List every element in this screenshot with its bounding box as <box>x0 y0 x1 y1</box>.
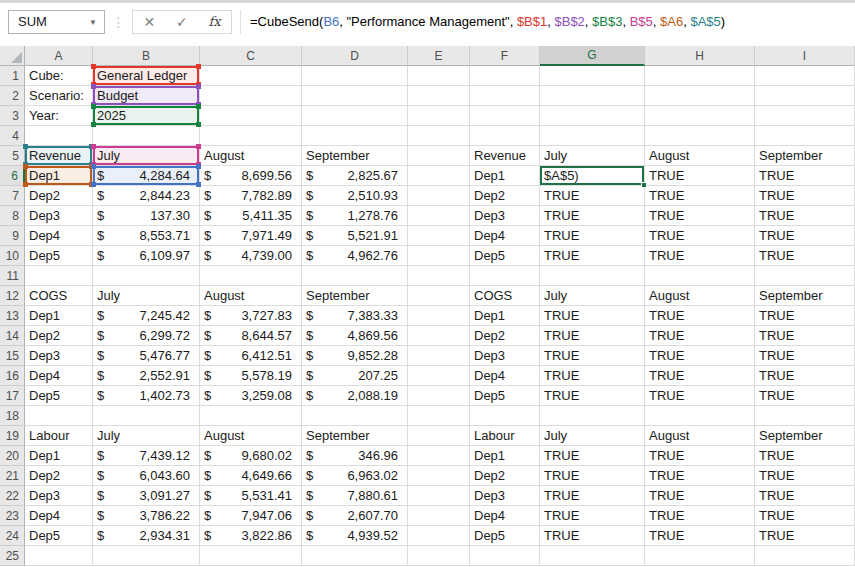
row-header-6[interactable]: 6 <box>0 166 25 186</box>
cell-G8[interactable]: TRUE <box>540 206 645 226</box>
cell-I1[interactable] <box>755 66 855 86</box>
cell-C13[interactable]: $3,727.83 <box>200 306 302 326</box>
cell-D11[interactable] <box>302 266 408 286</box>
cell-D19[interactable]: September <box>302 426 408 446</box>
cell-G1[interactable] <box>540 66 645 86</box>
range-handle[interactable] <box>23 182 28 187</box>
cell-H20[interactable]: TRUE <box>645 446 755 466</box>
cell-B24[interactable]: $2,934.31 <box>93 526 200 546</box>
row-header-1[interactable]: 1 <box>0 66 25 86</box>
cell-C6[interactable]: $8,699.56 <box>200 166 302 186</box>
cell-C19[interactable]: August <box>200 426 302 446</box>
range-handle[interactable] <box>91 64 96 69</box>
range-handle[interactable] <box>196 144 201 149</box>
cell-C11[interactable] <box>200 266 302 286</box>
fill-handle[interactable] <box>641 182 647 188</box>
cell-B10[interactable]: $6,109.97 <box>93 246 200 266</box>
cell-A6[interactable]: Dep1 <box>25 166 93 186</box>
cell-D14[interactable]: $4,869.56 <box>302 326 408 346</box>
cell-A4[interactable] <box>25 126 93 146</box>
row-header-21[interactable]: 21 <box>0 466 25 486</box>
cell-G24[interactable]: TRUE <box>540 526 645 546</box>
cell-F6[interactable]: Dep1 <box>470 166 540 186</box>
cell-D24[interactable]: $4,939.52 <box>302 526 408 546</box>
cell-D20[interactable]: $346.96 <box>302 446 408 466</box>
cell-H4[interactable] <box>645 126 755 146</box>
cell-E1[interactable] <box>408 66 470 86</box>
cell-A18[interactable] <box>25 406 93 426</box>
cell-E2[interactable] <box>408 86 470 106</box>
cell-E9[interactable] <box>408 226 470 246</box>
cell-I21[interactable]: TRUE <box>755 466 855 486</box>
cell-G2[interactable] <box>540 86 645 106</box>
cell-A13[interactable]: Dep1 <box>25 306 93 326</box>
cell-E7[interactable] <box>408 186 470 206</box>
cell-I18[interactable] <box>755 406 855 426</box>
cell-H6[interactable]: TRUE <box>645 166 755 186</box>
cell-H23[interactable]: TRUE <box>645 506 755 526</box>
cell-B22[interactable]: $3,091.27 <box>93 486 200 506</box>
range-handle[interactable] <box>91 84 96 89</box>
cell-E24[interactable] <box>408 526 470 546</box>
cell-C15[interactable]: $6,412.51 <box>200 346 302 366</box>
row-header-10[interactable]: 10 <box>0 246 25 266</box>
cell-D7[interactable]: $2,510.93 <box>302 186 408 206</box>
cell-F25[interactable] <box>470 546 540 566</box>
cell-H19[interactable]: August <box>645 426 755 446</box>
cell-G4[interactable] <box>540 126 645 146</box>
row-header-17[interactable]: 17 <box>0 386 25 406</box>
cell-E22[interactable] <box>408 486 470 506</box>
cell-C18[interactable] <box>200 406 302 426</box>
cell-B6[interactable]: $4,284.64 <box>93 166 200 186</box>
select-all-button[interactable] <box>0 46 25 66</box>
cell-E19[interactable] <box>408 426 470 446</box>
cell-F23[interactable]: Dep4 <box>470 506 540 526</box>
cell-I6[interactable]: TRUE <box>755 166 855 186</box>
cell-E14[interactable] <box>408 326 470 346</box>
cell-B4[interactable] <box>93 126 200 146</box>
cell-G20[interactable]: TRUE <box>540 446 645 466</box>
cell-F1[interactable] <box>470 66 540 86</box>
cell-A11[interactable] <box>25 266 93 286</box>
cell-D8[interactable]: $1,278.76 <box>302 206 408 226</box>
cell-A21[interactable]: Dep2 <box>25 466 93 486</box>
row-header-23[interactable]: 23 <box>0 506 25 526</box>
cell-A5[interactable]: Revenue <box>25 146 93 166</box>
cell-C8[interactable]: $5,411.35 <box>200 206 302 226</box>
cell-C1[interactable] <box>200 66 302 86</box>
cell-F22[interactable]: Dep3 <box>470 486 540 506</box>
cell-H7[interactable]: TRUE <box>645 186 755 206</box>
enter-icon[interactable]: ✓ <box>176 15 188 29</box>
cell-H9[interactable]: TRUE <box>645 226 755 246</box>
cell-F20[interactable]: Dep1 <box>470 446 540 466</box>
cell-E8[interactable] <box>408 206 470 226</box>
cell-B13[interactable]: $7,245.42 <box>93 306 200 326</box>
cell-A8[interactable]: Dep3 <box>25 206 93 226</box>
cell-B2[interactable]: Budget <box>93 86 200 106</box>
cell-C7[interactable]: $7,782.89 <box>200 186 302 206</box>
cell-I12[interactable]: September <box>755 286 855 306</box>
cell-I20[interactable]: TRUE <box>755 446 855 466</box>
cell-D10[interactable]: $4,962.76 <box>302 246 408 266</box>
cell-E5[interactable] <box>408 146 470 166</box>
row-header-14[interactable]: 14 <box>0 326 25 346</box>
range-handle[interactable] <box>196 182 201 187</box>
cell-I17[interactable]: TRUE <box>755 386 855 406</box>
cell-B8[interactable]: $137.30 <box>93 206 200 226</box>
cell-A16[interactable]: Dep4 <box>25 366 93 386</box>
cell-B20[interactable]: $7,439.12 <box>93 446 200 466</box>
cell-F17[interactable]: Dep5 <box>470 386 540 406</box>
cell-I4[interactable] <box>755 126 855 146</box>
column-header-D[interactable]: D <box>302 46 408 66</box>
cell-B17[interactable]: $1,402.73 <box>93 386 200 406</box>
cell-D3[interactable] <box>302 106 408 126</box>
cell-D1[interactable] <box>302 66 408 86</box>
cell-F12[interactable]: COGS <box>470 286 540 306</box>
cell-G10[interactable]: TRUE <box>540 246 645 266</box>
cell-C4[interactable] <box>200 126 302 146</box>
cell-F3[interactable] <box>470 106 540 126</box>
cell-C25[interactable] <box>200 546 302 566</box>
cell-B18[interactable] <box>93 406 200 426</box>
cell-G5[interactable]: July <box>540 146 645 166</box>
cell-A14[interactable]: Dep2 <box>25 326 93 346</box>
